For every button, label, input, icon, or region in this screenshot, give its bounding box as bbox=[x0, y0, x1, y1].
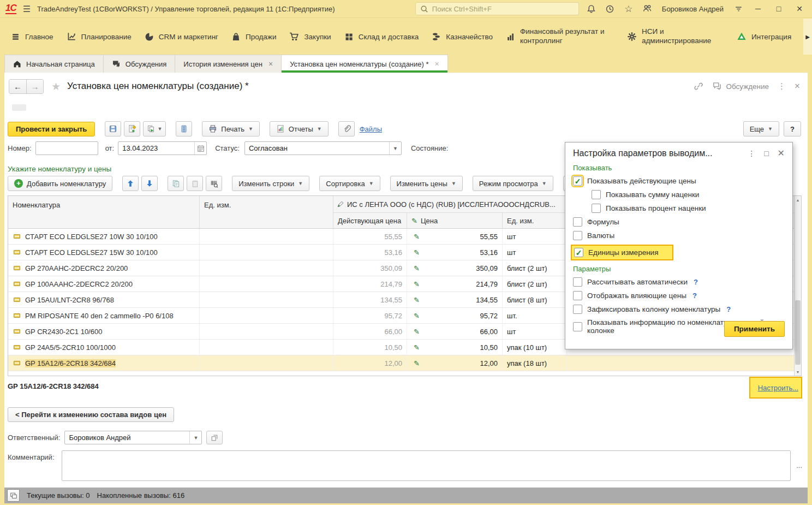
unit2-cell[interactable]: блист (2 шт) bbox=[503, 276, 567, 292]
nomenclature-cell[interactable]: СТАРТ ECO LEDGLSE27 15W 30 10/100 bbox=[25, 248, 158, 257]
main-menu-icon[interactable]: ☰ bbox=[23, 4, 31, 14]
unit2-cell[interactable]: блист (8 шт) bbox=[503, 292, 567, 307]
notifications-icon[interactable] bbox=[586, 3, 598, 15]
price-cell[interactable]: ✎ 10,50 bbox=[407, 340, 503, 355]
connection-icon[interactable] bbox=[732, 3, 744, 15]
help-icon[interactable]: ? bbox=[692, 292, 697, 300]
unit-cell[interactable] bbox=[200, 324, 333, 339]
configure-link[interactable]: Настроить... bbox=[758, 384, 798, 392]
files-link[interactable]: Файлы bbox=[360, 125, 382, 133]
back-icon[interactable]: ← bbox=[9, 80, 26, 93]
checkbox-label[interactable]: Формулы bbox=[587, 218, 619, 226]
ribbon-item[interactable]: Склад и доставка bbox=[339, 28, 425, 46]
unit2-cell[interactable]: упак (10 шт) bbox=[503, 340, 567, 355]
reports-button[interactable]: Отчеты ▼ bbox=[270, 121, 329, 136]
user-name[interactable]: Боровиков Андрей bbox=[662, 5, 724, 13]
nomenclature-cell[interactable]: GP 24A5/5-2CR10 100/1000 bbox=[25, 343, 116, 352]
forward-icon[interactable]: → bbox=[26, 80, 43, 93]
checkbox-label[interactable]: Зафиксировать колонку номенклатуры bbox=[587, 305, 720, 313]
checkbox-label[interactable]: Валюты bbox=[587, 231, 614, 240]
price-cell[interactable]: ✎ 95,72 bbox=[407, 308, 503, 323]
current-price-cell[interactable]: 53,16 bbox=[333, 245, 407, 260]
window-tab[interactable]: Обсуждения × bbox=[104, 55, 176, 73]
nomenclature-cell[interactable]: GP 270AAHC-2DECRC2 20/200 bbox=[25, 264, 128, 272]
checkbox[interactable]: ✓ bbox=[573, 231, 582, 240]
column-header-current-price[interactable]: Действующая цена bbox=[333, 213, 407, 228]
unit-cell[interactable] bbox=[200, 292, 333, 307]
chevron-down-icon[interactable]: ▼ bbox=[389, 142, 401, 155]
sort-button[interactable]: Сортировка ▼ bbox=[319, 176, 380, 191]
save-button[interactable] bbox=[105, 121, 121, 136]
tab-close-icon[interactable]: × bbox=[268, 60, 273, 68]
ribbon-item[interactable]: Финансовый результат и контроллинг bbox=[500, 23, 619, 50]
price-cell[interactable]: ✎ 55,55 bbox=[407, 229, 503, 244]
price-cell[interactable]: ✎ 66,00 bbox=[407, 324, 503, 339]
checkbox-label[interactable]: Показывать процент наценки bbox=[606, 204, 706, 212]
unit2-cell[interactable]: шт bbox=[503, 324, 567, 339]
chevron-down-icon[interactable]: ▼ bbox=[189, 431, 201, 444]
close-button[interactable]: ✕ bbox=[792, 3, 807, 15]
move-up-button[interactable] bbox=[122, 176, 139, 191]
responsible-select[interactable]: Боровиков Андрей ▼ bbox=[64, 431, 202, 444]
server-calls-icon[interactable] bbox=[7, 489, 20, 502]
unit2-cell[interactable]: шт bbox=[503, 245, 567, 260]
column-header-nomenclature[interactable]: Номенклатура bbox=[8, 196, 200, 228]
price-cell[interactable]: ✎ 134,55 bbox=[407, 292, 503, 307]
unit2-cell[interactable]: шт. bbox=[503, 308, 567, 323]
nomenclature-cell[interactable]: PM RIPOSANTE 40 den 2 cammello -P0 6/108 bbox=[25, 312, 174, 320]
scroll-down-icon[interactable]: ▼ bbox=[795, 368, 801, 376]
move-down-button[interactable] bbox=[141, 176, 158, 191]
price-cell[interactable]: ✎ 12,00 bbox=[407, 355, 503, 371]
current-price-cell[interactable]: 95,72 bbox=[333, 308, 407, 323]
current-price-cell[interactable]: 55,55 bbox=[333, 229, 407, 244]
current-price-cell[interactable]: 12,00 bbox=[333, 355, 407, 371]
price-cell[interactable]: ✎ 53,16 bbox=[407, 245, 503, 260]
ribbon-item[interactable]: Интеграция bbox=[731, 27, 797, 46]
nomenclature-cell[interactable]: СТАРТ ECO LEDGLSE27 10W 30 10/100 bbox=[25, 233, 158, 241]
column-header-unit2[interactable]: Ед. изм. bbox=[503, 213, 567, 228]
checkbox[interactable]: ✓ bbox=[592, 190, 601, 199]
checkbox[interactable]: ✓ bbox=[573, 291, 582, 300]
price-cell[interactable]: ✎ 214,79 bbox=[407, 276, 503, 292]
current-price-cell[interactable]: 134,55 bbox=[333, 292, 407, 307]
more-menu-icon[interactable]: ⋮ bbox=[778, 81, 786, 91]
nomenclature-cell[interactable]: GP 100AAAHC-2DECRC2 20/200 bbox=[25, 280, 133, 288]
form-close-icon[interactable]: × bbox=[795, 81, 800, 92]
checkbox-label[interactable]: Показывать действующие цены bbox=[587, 177, 696, 185]
checkbox[interactable]: ✓ bbox=[573, 322, 582, 331]
unit2-cell[interactable]: упак (18 шт) bbox=[503, 355, 567, 371]
print-button[interactable]: Печать ▼ bbox=[202, 121, 260, 136]
scroll-up-icon[interactable]: ▲ bbox=[795, 196, 801, 204]
minimize-button[interactable]: ─ bbox=[751, 3, 765, 15]
current-price-cell[interactable]: 10,50 bbox=[333, 340, 407, 355]
table-row[interactable]: GP 15A12/6-2CR18 342/684 12,00 ✎ 12,00 у… bbox=[8, 355, 794, 371]
nomenclature-cell[interactable]: GP CR2430-2C1 10/600 bbox=[25, 328, 102, 336]
post-document-button[interactable] bbox=[124, 121, 140, 136]
unit-cell[interactable] bbox=[200, 245, 333, 260]
checkbox-label[interactable]: Рассчитывать автоматически bbox=[587, 278, 688, 286]
unit-cell[interactable] bbox=[200, 340, 333, 355]
search-input[interactable] bbox=[432, 5, 574, 13]
dialog-menu-icon[interactable]: ⋮ bbox=[748, 149, 755, 158]
unit-cell[interactable] bbox=[200, 260, 333, 276]
ribbon-item[interactable]: Главное bbox=[5, 28, 59, 46]
checkbox-label[interactable]: Единицы измерения bbox=[588, 248, 658, 257]
tab-close-icon[interactable]: × bbox=[435, 60, 439, 68]
nomenclature-cell[interactable]: GP 15A12/6-2CR18 342/684 bbox=[25, 359, 116, 367]
ribbon-item[interactable]: НСИ и администрирование bbox=[622, 23, 729, 50]
discussion-icon[interactable] bbox=[712, 81, 722, 91]
ribbon-item[interactable]: Планирование bbox=[61, 27, 137, 46]
current-price-cell[interactable]: 66,00 bbox=[333, 324, 407, 339]
copy-link-icon[interactable] bbox=[694, 81, 703, 91]
unit2-cell[interactable]: блист (2 шт) bbox=[503, 260, 567, 276]
post-and-close-button[interactable]: Провести и закрыть bbox=[8, 122, 95, 136]
ribbon-item[interactable]: Закупки bbox=[284, 27, 336, 46]
checkbox[interactable]: ✓ bbox=[574, 248, 583, 257]
checkbox[interactable]: ✓ bbox=[573, 217, 582, 227]
number-input[interactable] bbox=[35, 141, 98, 155]
current-price-cell[interactable]: 214,79 bbox=[333, 276, 407, 292]
history-icon[interactable] bbox=[604, 3, 616, 15]
current-price-cell[interactable]: 350,09 bbox=[333, 260, 407, 276]
ribbon-item[interactable]: CRM и маркетинг bbox=[139, 28, 224, 46]
comment-expand-button[interactable]: ... bbox=[796, 461, 802, 470]
